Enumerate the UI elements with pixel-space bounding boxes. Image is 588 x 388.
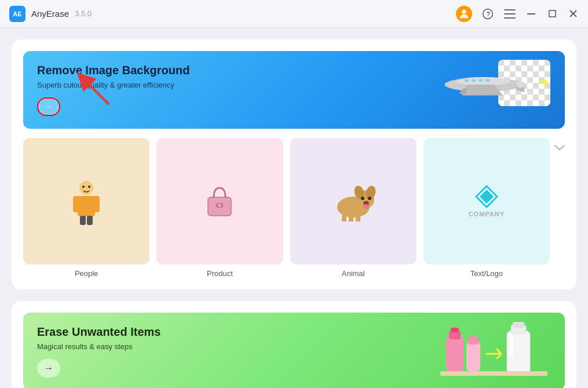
svg-rect-27 xyxy=(527,66,533,71)
svg-rect-90 xyxy=(486,79,490,82)
svg-rect-3 xyxy=(504,9,516,10)
people-thumbnail xyxy=(23,138,149,264)
svg-rect-124 xyxy=(468,336,479,345)
maximize-button[interactable] xyxy=(546,8,558,20)
erase-products-image xyxy=(434,319,550,380)
remove-bg-arrow-button[interactable]: → xyxy=(37,97,60,116)
company-logo-figure: COMPANY xyxy=(469,185,505,217)
svg-rect-18 xyxy=(527,60,533,66)
close-button[interactable] xyxy=(567,8,579,20)
user-avatar-icon[interactable] xyxy=(456,6,472,22)
svg-rect-20 xyxy=(539,60,545,66)
svg-rect-117 xyxy=(356,215,360,222)
plane-container xyxy=(440,60,550,112)
airplane-image xyxy=(440,63,527,103)
svg-rect-6 xyxy=(527,13,535,14)
svg-point-93 xyxy=(516,81,525,88)
svg-rect-122 xyxy=(451,328,459,332)
minimize-button[interactable] xyxy=(525,8,537,20)
people-figure xyxy=(66,175,107,227)
dog-figure xyxy=(330,181,377,222)
svg-rect-97 xyxy=(73,196,80,212)
svg-rect-83 xyxy=(539,100,545,106)
category-item-people[interactable]: People xyxy=(23,138,149,278)
svg-rect-75 xyxy=(545,95,550,100)
erase-arrow-button[interactable]: → xyxy=(37,359,60,378)
svg-rect-127 xyxy=(513,322,524,328)
app-version: 3.5.0 xyxy=(75,9,92,18)
svg-rect-128 xyxy=(510,333,513,357)
animal-thumbnail xyxy=(290,138,417,264)
svg-rect-115 xyxy=(342,215,346,222)
svg-rect-7 xyxy=(549,10,556,17)
svg-rect-100 xyxy=(87,216,93,225)
svg-point-114 xyxy=(363,204,369,209)
textlogo-label: Text/Logo xyxy=(470,269,503,278)
titlebar-left: AE AnyErase 3.5.0 xyxy=(9,6,92,22)
svg-rect-84 xyxy=(545,100,550,106)
svg-point-95 xyxy=(79,181,93,195)
svg-point-112 xyxy=(368,197,371,200)
svg-rect-54 xyxy=(527,83,533,89)
svg-rect-36 xyxy=(527,71,533,77)
arrow-inner-icon: → xyxy=(39,99,58,114)
titlebar: AE AnyErase 3.5.0 ? xyxy=(0,0,588,28)
svg-rect-30 xyxy=(545,66,550,71)
svg-text:?: ? xyxy=(487,10,491,17)
bag-figure xyxy=(199,181,240,222)
svg-point-102 xyxy=(88,186,90,188)
svg-rect-120 xyxy=(446,336,463,371)
remove-bg-banner: Remove Image Background Superb cutout qu… xyxy=(23,51,565,129)
category-item-product[interactable]: Product xyxy=(156,138,283,278)
erase-banner: Erase Unwanted Items Magical results & e… xyxy=(23,313,565,388)
app-icon: AE xyxy=(9,6,25,22)
svg-rect-98 xyxy=(93,196,100,212)
erase-card: Erase Unwanted Items Magical results & e… xyxy=(12,301,576,388)
svg-rect-73 xyxy=(533,95,539,100)
company-text-label: COMPANY xyxy=(469,211,505,217)
svg-rect-28 xyxy=(533,66,539,71)
svg-rect-63 xyxy=(527,89,533,95)
erase-banner-image xyxy=(432,317,553,381)
banner-image-area xyxy=(437,57,553,115)
remove-bg-card: Remove Image Background Superb cutout qu… xyxy=(12,39,576,289)
svg-point-106 xyxy=(218,204,221,207)
svg-rect-99 xyxy=(80,216,86,225)
svg-rect-21 xyxy=(545,60,550,66)
svg-point-111 xyxy=(361,197,364,200)
remove-bg-category-grid: People xyxy=(23,138,550,278)
category-item-textlogo[interactable]: COMPANY Text/Logo xyxy=(423,138,550,278)
svg-rect-45 xyxy=(527,77,533,83)
product-label: Product xyxy=(207,269,233,278)
svg-rect-87 xyxy=(465,79,469,82)
svg-rect-74 xyxy=(539,95,545,100)
svg-rect-88 xyxy=(472,79,476,82)
svg-rect-89 xyxy=(479,79,483,82)
svg-rect-72 xyxy=(527,95,533,100)
svg-rect-96 xyxy=(78,196,95,216)
svg-rect-5 xyxy=(504,17,516,19)
svg-point-0 xyxy=(462,9,466,13)
category-item-animal[interactable]: Animal xyxy=(290,138,417,278)
svg-rect-29 xyxy=(539,66,545,71)
menu-icon[interactable] xyxy=(503,8,516,20)
svg-point-86 xyxy=(456,77,511,86)
product-thumbnail xyxy=(156,138,283,264)
svg-rect-82 xyxy=(533,100,539,106)
svg-rect-4 xyxy=(504,13,516,14)
help-icon[interactable]: ? xyxy=(481,8,494,20)
main-content: Remove Image Background Superb cutout qu… xyxy=(0,28,588,388)
svg-rect-123 xyxy=(466,342,480,371)
remove-bg-categories-wrapper: People xyxy=(23,138,565,278)
textlogo-thumbnail: COMPANY xyxy=(423,138,550,264)
remove-bg-section: Remove Image Background Superb cutout qu… xyxy=(23,51,565,278)
svg-rect-81 xyxy=(527,100,533,106)
collapse-remove-bg-button[interactable] xyxy=(554,138,565,151)
app-name: AnyErase xyxy=(31,9,69,19)
svg-rect-129 xyxy=(440,371,547,376)
animal-label: Animal xyxy=(342,269,365,278)
cutout-arrow-icon xyxy=(536,74,553,92)
people-label: People xyxy=(75,269,98,278)
svg-rect-116 xyxy=(349,215,353,222)
svg-rect-19 xyxy=(533,60,539,66)
